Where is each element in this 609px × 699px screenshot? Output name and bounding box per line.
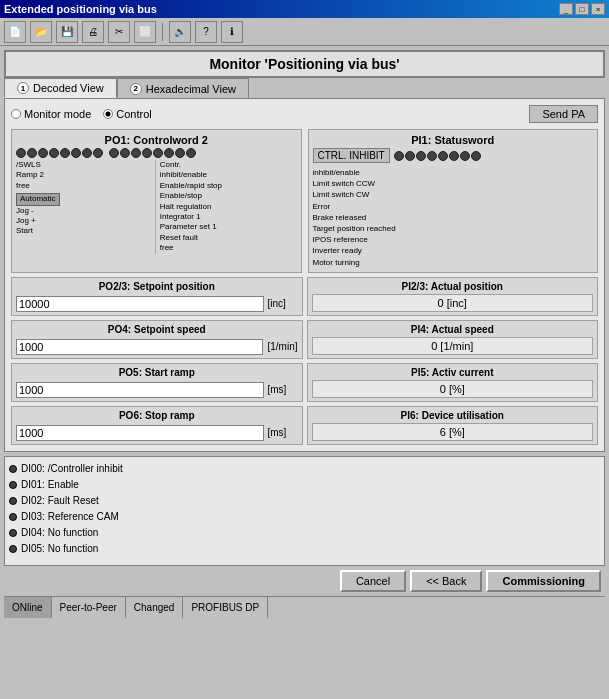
close-button[interactable]: × (591, 3, 605, 15)
po1-led-11 (142, 148, 152, 158)
di-dot-3 (9, 513, 17, 521)
po1-led-5 (71, 148, 81, 158)
po1-label-ramp2: Ramp 2 (16, 170, 153, 180)
status-bar: ONline Peer-to-Peer Changed PROFIBUS DP (4, 596, 605, 618)
automatic-button[interactable]: Automatic (16, 193, 60, 205)
status-online[interactable]: ONline (4, 597, 52, 618)
pi6-section: PI6: Device utilisation 6 [%] (307, 406, 599, 445)
po1-led-6 (82, 148, 92, 158)
po5-section: PO5: Start ramp [ms] (11, 363, 303, 402)
di-dot-0 (9, 465, 17, 473)
po1-led-2 (38, 148, 48, 158)
ctrl-inhibit-label: CTRL. INHIBIT (313, 148, 390, 163)
cancel-button[interactable]: Cancel (340, 570, 406, 592)
monitor-mode-option[interactable]: Monitor mode (11, 108, 91, 120)
po-pi-top-grid: PO1: Controlword 2 (11, 129, 598, 273)
di-dot-2 (9, 497, 17, 505)
po1-label-param: Parameter set 1 (160, 222, 297, 232)
di-label-3: DI03: Reference CAM (21, 509, 119, 525)
pi1-label-inverter: Inverter ready (313, 245, 594, 256)
po1-led-9 (120, 148, 130, 158)
maximize-button[interactable]: □ (575, 3, 589, 15)
pi1-label-error: Error (313, 201, 594, 212)
po6-unit: [ms] (268, 427, 298, 438)
po1-label-enable-rapid: Enable/rapid stop (160, 181, 297, 191)
status-profibus[interactable]: PROFIBUS DP (183, 597, 268, 618)
po1-led-8 (109, 148, 119, 158)
print-button[interactable]: 🖨 (82, 21, 104, 43)
send-pa-button[interactable]: Send PA (529, 105, 598, 123)
po1-led-0 (16, 148, 26, 158)
title-bar-buttons[interactable]: _ □ × (559, 3, 605, 15)
status-changed[interactable]: Changed (126, 597, 184, 618)
sp-act-grid: PO2/3: Setpoint position [inc] PI2/3: Ac… (11, 277, 598, 445)
pi1-label-target: Target position reached (313, 223, 594, 234)
po23-header: PO2/3: Setpoint position (16, 281, 298, 292)
pi1-led-row (394, 151, 481, 161)
po1-label-contr: Contr. (160, 160, 297, 170)
pi4-section: PI4: Actual speed 0 [1/min] (307, 320, 599, 359)
new-button[interactable]: 📄 (4, 21, 26, 43)
po1-led-15 (186, 148, 196, 158)
monitor-mode-radio[interactable] (11, 109, 21, 119)
main-window: Monitor 'Positioning via bus' 1 Decoded … (0, 46, 609, 622)
pi5-header: PI5: Activ current (312, 367, 594, 378)
di-section: DI00: /Controller inhibit DI01: Enable D… (4, 456, 605, 566)
po1-label-inhibit-enable: inhibit/enable (160, 170, 297, 180)
tab-hex-number: 2 (130, 83, 142, 95)
po5-unit: [ms] (268, 384, 298, 395)
po5-input[interactable] (16, 382, 264, 398)
di-label-0: DI00: /Controller inhibit (21, 461, 123, 477)
pi1-label-ipos: IPOS reference (313, 234, 594, 245)
po23-unit: [inc] (268, 298, 298, 309)
pi1-ctrl-row: CTRL. INHIBIT (313, 148, 594, 165)
tab-bar: 1 Decoded View 2 Hexadecimal View (4, 78, 605, 98)
di-item-4: DI04: No function (9, 525, 123, 541)
pi23-section: PI2/3: Actual position 0 [inc] (307, 277, 599, 316)
commissioning-button[interactable]: Commissioning (486, 570, 601, 592)
pi6-header: PI6: Device utilisation (312, 410, 594, 421)
tab-hex[interactable]: 2 Hexadecimal View (117, 78, 249, 98)
tab-decoded-number: 1 (17, 82, 29, 94)
open-button[interactable]: 📂 (30, 21, 52, 43)
po1-led-4 (60, 148, 70, 158)
di-area-inner: DI00: /Controller inhibit DI01: Enable D… (9, 461, 600, 557)
pi1-label-limit-ccw: Limit switch CCW (313, 178, 594, 189)
po1-led-10 (131, 148, 141, 158)
po4-section: PO4: Setpoint speed [1/min] (11, 320, 303, 359)
copy-button[interactable]: ⬜ (134, 21, 156, 43)
po1-labels: /SWLS Ramp 2 free Automatic Jog - Jog + … (16, 160, 297, 254)
minimize-button[interactable]: _ (559, 3, 573, 15)
po6-input-row: [ms] (16, 425, 298, 441)
po1-label-jog-minus: Jog - (16, 206, 153, 216)
toolbar-sep-1 (162, 23, 163, 41)
status-peer[interactable]: Peer-to-Peer (52, 597, 126, 618)
pi1-led-6 (460, 151, 470, 161)
po4-input[interactable] (16, 339, 263, 355)
control-mode-radio[interactable] (103, 109, 113, 119)
pi23-header: PI2/3: Actual position (312, 281, 594, 292)
help-button[interactable]: ? (195, 21, 217, 43)
control-mode-option[interactable]: Control (103, 108, 151, 120)
back-button[interactable]: << Back (410, 570, 482, 592)
po1-led-row (16, 148, 297, 158)
po23-input[interactable] (16, 296, 264, 312)
tab-decoded[interactable]: 1 Decoded View (4, 78, 117, 98)
di-item-2: DI02: Fault Reset (9, 493, 123, 509)
pi1-led-1 (405, 151, 415, 161)
toolbar: 📄 📂 💾 🖨 ✂ ⬜ 🔊 ? ℹ (0, 18, 609, 46)
di-item-5: DI05: No function (9, 541, 123, 557)
pi1-header: PI1: Statusword (313, 134, 594, 146)
po6-section: PO6: Stop ramp [ms] (11, 406, 303, 445)
po6-input[interactable] (16, 425, 264, 441)
mode-row: Monitor mode Control Send PA (11, 105, 598, 123)
sound-button[interactable]: 🔊 (169, 21, 191, 43)
di-item-3: DI03: Reference CAM (9, 509, 123, 525)
po5-header: PO5: Start ramp (16, 367, 298, 378)
tab-decoded-label: Decoded View (33, 82, 104, 94)
pi4-header: PI4: Actual speed (312, 324, 594, 335)
pi1-label-brake: Brake released (313, 212, 594, 223)
info-button[interactable]: ℹ (221, 21, 243, 43)
save-button[interactable]: 💾 (56, 21, 78, 43)
cut-button[interactable]: ✂ (108, 21, 130, 43)
